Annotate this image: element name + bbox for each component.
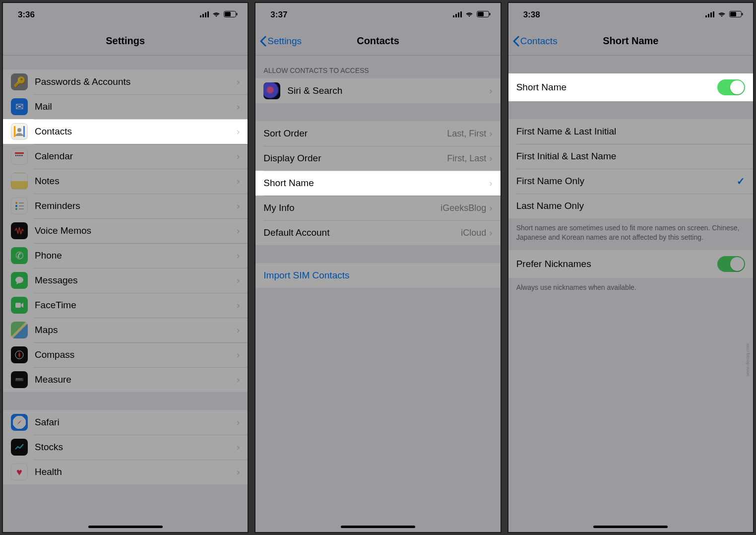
notes-icon	[11, 173, 28, 190]
svg-rect-6	[237, 13, 238, 15]
maps-icon	[11, 322, 28, 338]
chevron-right-icon: ›	[237, 101, 240, 112]
row-label: Default Account	[263, 227, 461, 238]
wifi-icon	[465, 10, 474, 20]
row-stocks[interactable]: Stocks ›	[3, 435, 248, 460]
compass-icon	[11, 346, 28, 363]
row-import-sim[interactable]: Import SIM Contacts	[255, 263, 500, 288]
row-label: Mail	[35, 101, 237, 112]
row-short-name[interactable]: Short Name ›	[255, 171, 500, 196]
row-label: Short Name	[516, 82, 717, 93]
row-label: Display Order	[263, 153, 447, 164]
option-first-initial-last[interactable]: First Initial & Last Name	[508, 144, 753, 169]
svg-rect-27	[19, 378, 20, 380]
row-label: Import SIM Contacts	[263, 270, 492, 281]
back-button[interactable]: Settings	[259, 36, 302, 47]
row-safari[interactable]: Safari ›	[3, 410, 248, 435]
home-indicator[interactable]	[593, 526, 668, 528]
row-notes[interactable]: Notes ›	[3, 169, 248, 194]
checkmark-icon: ✓	[737, 175, 745, 187]
chevron-right-icon: ›	[489, 128, 492, 139]
svg-rect-29	[453, 15, 454, 17]
chevron-right-icon: ›	[237, 467, 240, 477]
phone-icon: ✆	[11, 247, 28, 264]
row-reminders[interactable]: Reminders ›	[3, 194, 248, 218]
home-indicator[interactable]	[88, 526, 163, 528]
chevron-right-icon: ›	[237, 442, 240, 453]
signal-icon	[453, 10, 462, 20]
svg-rect-28	[21, 378, 21, 380]
svg-rect-39	[713, 11, 714, 17]
voice-memos-icon	[11, 222, 28, 239]
row-health[interactable]: ♥︎ Health ›	[3, 460, 248, 484]
svg-point-7	[17, 128, 21, 132]
row-prefer-nicknames[interactable]: Prefer Nicknames	[508, 250, 753, 278]
row-display-order[interactable]: Display Order First, Last ›	[255, 146, 500, 171]
watermark: www.deuaq.com	[745, 343, 750, 376]
chevron-right-icon: ›	[489, 178, 492, 189]
row-siri-search[interactable]: Siri & Search ›	[255, 78, 500, 103]
chevron-right-icon: ›	[237, 417, 240, 428]
svg-rect-11	[15, 155, 17, 156]
facetime-icon	[11, 297, 28, 314]
row-passwords-accounts[interactable]: 🔑 Passwords & Accounts ›	[3, 69, 248, 94]
row-label: FaceTime	[35, 300, 237, 311]
svg-rect-19	[19, 205, 24, 206]
row-label: Health	[35, 467, 237, 477]
svg-rect-18	[19, 202, 24, 203]
option-first-last-initial[interactable]: First Name & Last Initial	[508, 119, 753, 144]
chevron-right-icon: ›	[237, 76, 240, 87]
mail-icon: ✉︎	[11, 98, 28, 115]
chevron-right-icon: ›	[489, 85, 492, 96]
row-contacts[interactable]: Contacts ›	[3, 119, 248, 144]
page-title: Short Name	[603, 35, 658, 47]
row-maps[interactable]: Maps ›	[3, 318, 248, 342]
toggle-switch[interactable]	[717, 256, 745, 272]
row-measure[interactable]: Measure ›	[3, 367, 248, 392]
row-default-account[interactable]: Default Account iCloud ›	[255, 220, 500, 245]
svg-point-17	[15, 208, 17, 210]
section-spacer	[3, 56, 248, 69]
battery-icon	[224, 10, 238, 20]
row-compass[interactable]: Compass ›	[3, 342, 248, 367]
svg-rect-22	[15, 303, 21, 308]
row-my-info[interactable]: My Info iGeeksBlog ›	[255, 196, 500, 220]
nav-bar: Settings Contacts	[255, 27, 500, 56]
chevron-left-icon	[259, 36, 266, 47]
svg-rect-37	[708, 14, 709, 17]
section-spacer	[508, 101, 753, 119]
messages-icon	[11, 272, 28, 289]
svg-rect-32	[460, 11, 462, 17]
signal-icon	[705, 10, 714, 20]
toggle-switch[interactable]	[717, 79, 745, 95]
page-title: Settings	[106, 35, 145, 47]
row-mail[interactable]: ✉︎ Mail ›	[3, 94, 248, 119]
row-label: Compass	[35, 349, 237, 360]
back-button[interactable]: Contacts	[512, 36, 558, 47]
chevron-left-icon	[512, 36, 519, 47]
chevron-right-icon: ›	[489, 202, 492, 213]
option-last-only[interactable]: Last Name Only	[508, 194, 753, 218]
svg-rect-30	[455, 14, 457, 17]
row-messages[interactable]: Messages ›	[3, 268, 248, 293]
svg-rect-8	[14, 126, 15, 137]
row-short-name-toggle[interactable]: Short Name	[508, 73, 753, 101]
svg-rect-5	[225, 12, 231, 16]
back-label: Contacts	[520, 36, 558, 47]
back-label: Settings	[267, 36, 302, 47]
svg-point-21	[15, 277, 23, 283]
svg-rect-36	[705, 15, 707, 17]
health-icon: ♥︎	[11, 464, 28, 480]
row-phone[interactable]: ✆ Phone ›	[3, 243, 248, 268]
row-sort-order[interactable]: Sort Order Last, First ›	[255, 121, 500, 146]
status-time: 3:38	[523, 10, 540, 20]
home-indicator[interactable]	[341, 526, 415, 528]
chevron-right-icon: ›	[237, 250, 240, 261]
option-first-only[interactable]: First Name Only ✓	[508, 169, 753, 194]
svg-rect-20	[19, 208, 24, 209]
row-label: Measure	[35, 374, 237, 385]
key-icon: 🔑	[11, 73, 28, 90]
row-calendar[interactable]: Calendar ›	[3, 144, 248, 169]
row-voice-memos[interactable]: Voice Memos ›	[3, 218, 248, 243]
row-facetime[interactable]: FaceTime ›	[3, 293, 248, 318]
